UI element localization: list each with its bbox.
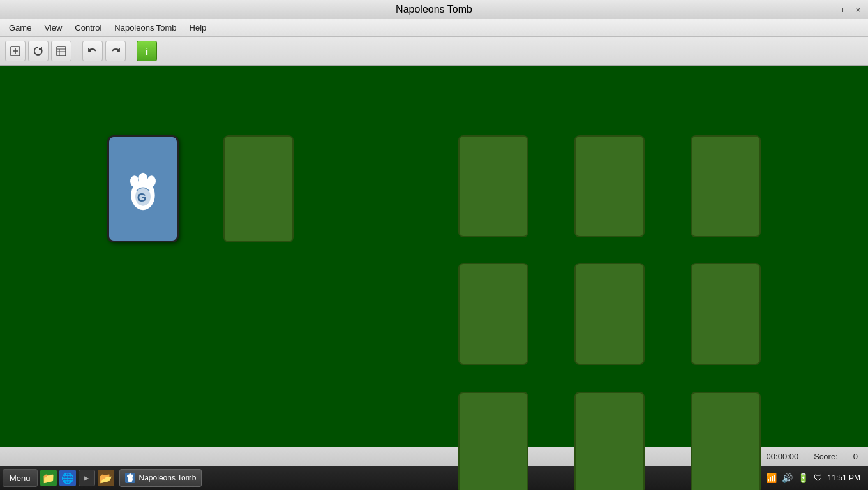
- taskbar-icon-browser[interactable]: 🌐: [59, 470, 76, 486]
- menu-napoleons-tomb[interactable]: Napoleons Tomb: [108, 22, 183, 34]
- tableau-slot-1[interactable]: [458, 263, 528, 365]
- taskbar-app-label: Napoleons Tomb: [139, 473, 197, 482]
- taskbar-icon-terminal[interactable]: ▶: [79, 470, 95, 486]
- new-game-button[interactable]: [5, 41, 26, 61]
- restart-button[interactable]: [28, 41, 49, 61]
- taskbar-menu-label: Menu: [10, 473, 31, 483]
- title-bar: Napoleons Tomb − + ×: [0, 0, 868, 19]
- menu-control[interactable]: Control: [68, 22, 108, 34]
- volume-icon: 🔊: [782, 473, 793, 483]
- foundation-slot-3[interactable]: [691, 135, 761, 237]
- svg-rect-3: [57, 47, 66, 56]
- svg-point-10: [147, 175, 156, 186]
- score-label: Score:: [814, 452, 838, 461]
- window-title: Napoleons Tomb: [396, 4, 472, 15]
- menu-view[interactable]: View: [38, 22, 68, 34]
- tableau-slot-4[interactable]: [458, 392, 528, 490]
- taskbar-icon-folder2[interactable]: 📂: [98, 470, 114, 486]
- tableau-slot-2[interactable]: [574, 263, 645, 365]
- scores-button[interactable]: [51, 41, 71, 61]
- menu-game[interactable]: Game: [3, 22, 38, 34]
- shield-icon: 🛡: [814, 473, 823, 483]
- maximize-button[interactable]: +: [838, 3, 848, 15]
- toolbar-separator-2: [131, 42, 131, 60]
- window-controls: − + ×: [823, 3, 863, 15]
- close-button[interactable]: ×: [853, 3, 863, 15]
- undo-button[interactable]: [82, 41, 103, 61]
- taskbar-menu-button[interactable]: Menu: [3, 469, 38, 487]
- stock-pile-card[interactable]: G: [107, 135, 179, 242]
- game-area: G: [0, 66, 868, 447]
- svg-point-9: [138, 173, 147, 184]
- redo-button[interactable]: [105, 41, 126, 61]
- minimize-button[interactable]: −: [823, 3, 833, 15]
- toolbar: i: [0, 37, 868, 66]
- taskbar-app-button[interactable]: Napoleons Tomb: [119, 469, 202, 487]
- svg-text:G: G: [137, 191, 147, 204]
- time-value: 00:00:00: [767, 452, 799, 461]
- toolbar-separator-1: [77, 42, 77, 60]
- taskbar-right: 👤 📶 🔊 🔋 🛡 11:51 PM: [750, 473, 865, 483]
- score-value: 0: [853, 452, 858, 461]
- wifi-icon: 📶: [766, 473, 777, 483]
- info-button[interactable]: i: [137, 41, 157, 61]
- foundation-slot-2[interactable]: [574, 135, 645, 237]
- tableau-slot-3[interactable]: [691, 263, 761, 365]
- tableau-slot-6[interactable]: [691, 392, 761, 490]
- foundation-slot-1[interactable]: [458, 135, 528, 237]
- tableau-slot-5[interactable]: [574, 392, 645, 490]
- waste-pile-slot[interactable]: [223, 135, 294, 242]
- system-clock[interactable]: 11:51 PM: [828, 473, 860, 482]
- svg-point-8: [130, 175, 138, 186]
- taskbar-icon-files[interactable]: 📁: [40, 470, 57, 486]
- menu-bar: Game View Control Napoleons Tomb Help: [0, 19, 868, 37]
- svg-point-16: [131, 475, 133, 478]
- taskbar-app-icon: [125, 473, 135, 483]
- menu-help[interactable]: Help: [183, 22, 213, 34]
- battery-icon: 🔋: [798, 473, 809, 483]
